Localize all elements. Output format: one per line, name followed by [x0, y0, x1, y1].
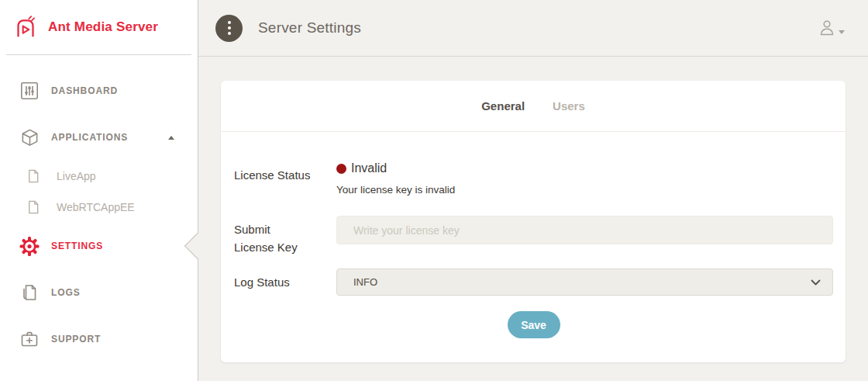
sidebar-item-liveapp[interactable]: LiveApp: [0, 161, 198, 192]
package-box-icon: [19, 128, 40, 147]
sidebar: Ant Media Server DASHBOARD: [0, 0, 198, 381]
sidebar-item-applications[interactable]: APPLICATIONS: [0, 114, 198, 161]
brand[interactable]: Ant Media Server: [6, 0, 191, 55]
kebab-dot-icon: [228, 26, 231, 29]
sidebar-item-label: LOGS: [51, 287, 81, 298]
license-key-input[interactable]: [336, 216, 833, 244]
sidebar-item-label: DASHBOARD: [51, 85, 118, 96]
user-menu-button[interactable]: [818, 19, 845, 37]
page-title: Server Settings: [258, 19, 361, 36]
user-person-icon: [818, 19, 835, 37]
sidebar-item-label: APPLICATIONS: [51, 132, 128, 143]
log-status-field: INFO: [336, 268, 833, 296]
sidebar-item-settings[interactable]: SETTINGS: [0, 223, 198, 269]
gear-icon: [19, 236, 40, 257]
license-status-value: Invalid: [336, 161, 833, 175]
logs-document-icon: [19, 283, 40, 302]
license-status-text: Invalid: [351, 161, 387, 175]
general-settings-form: License Status Invalid Your license key …: [221, 132, 846, 338]
file-icon: [23, 200, 43, 214]
save-button[interactable]: Save: [508, 311, 560, 338]
license-status-row: License Status Invalid Your license key …: [234, 161, 833, 196]
kebab-dot-icon: [228, 21, 231, 24]
sidebar-item-label: LiveApp: [57, 170, 96, 182]
top-header: Server Settings: [198, 0, 868, 57]
dashboard-sliders-icon: [19, 81, 40, 100]
menu-kebab-button[interactable]: [215, 15, 243, 42]
sidebar-item-webrtcappee[interactable]: WebRTCAppEE: [0, 192, 198, 223]
server-settings-card: General Users License Status Invalid You…: [221, 81, 846, 362]
sidebar-item-dashboard[interactable]: DASHBOARD: [0, 68, 198, 114]
tab-general[interactable]: General: [481, 99, 525, 113]
sidebar-item-support[interactable]: SUPPORT: [0, 316, 198, 362]
ant-media-logo-icon: [11, 12, 40, 42]
license-key-row: Submit License Key: [234, 216, 833, 256]
log-status-row: Log Status INFO: [234, 268, 833, 296]
kebab-dot-icon: [228, 32, 231, 35]
file-icon: [23, 169, 43, 183]
sidebar-nav: DASHBOARD APPLICATIONS LiveApp: [0, 55, 198, 362]
status-invalid-dot-icon: [336, 164, 346, 174]
license-key-field: [336, 216, 833, 256]
chevron-down-icon: [839, 30, 845, 34]
license-key-label: Submit License Key: [234, 216, 336, 256]
license-status-label: License Status: [234, 161, 336, 196]
sidebar-item-label: SETTINGS: [51, 241, 103, 251]
license-status-helper: Your license key is invalid: [336, 184, 833, 196]
sidebar-item-logs[interactable]: LOGS: [0, 269, 198, 316]
brand-name: Ant Media Server: [48, 19, 158, 35]
settings-tabs: General Users: [221, 81, 846, 132]
sidebar-item-label: SUPPORT: [51, 334, 101, 345]
active-item-notch: [184, 232, 212, 259]
log-status-label: Log Status: [234, 268, 336, 296]
collapse-caret-up-icon[interactable]: [168, 136, 174, 140]
log-status-select[interactable]: INFO: [336, 268, 833, 296]
tab-users[interactable]: Users: [553, 99, 585, 113]
sidebar-item-label: WebRTCAppEE: [57, 201, 135, 213]
first-aid-kit-icon: [19, 330, 40, 348]
license-status-field: Invalid Your license key is invalid: [336, 161, 833, 196]
